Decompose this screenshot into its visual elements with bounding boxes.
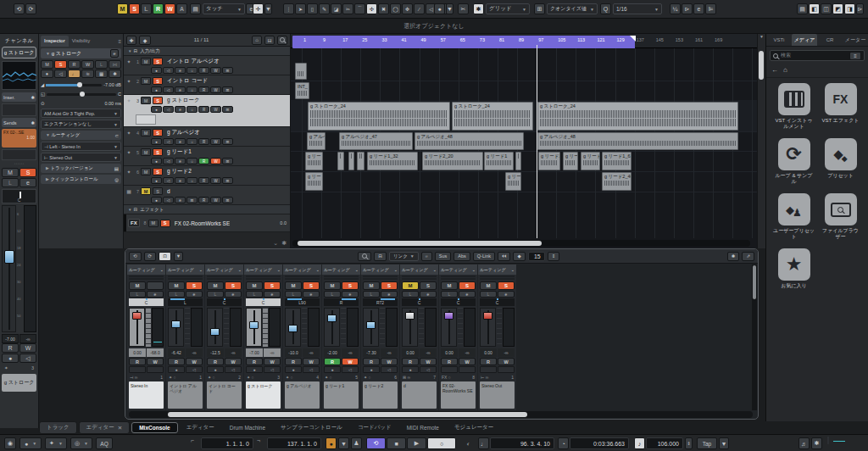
monitor-icon[interactable]: ◁ [225,366,242,373]
mute-button[interactable]: M [402,281,419,290]
metronome-click-icon[interactable]: ♬ [798,437,810,449]
pan-control[interactable]: R [324,298,359,306]
fader-handle[interactable] [132,312,142,320]
solo-button[interactable]: S [381,281,398,290]
record-arm-icon[interactable]: ● [41,70,53,78]
global-mute-button[interactable]: M [117,3,128,14]
redo-icon[interactable]: ⟳ [25,3,36,14]
track-preset-dropdown[interactable]: AM Acst Gtr 3 Tight Pop.▼ [41,109,121,118]
read-button[interactable]: R [480,358,497,365]
add-track-icon[interactable]: ✚ [126,36,136,45]
pan-control[interactable]: C [480,298,515,306]
undo-icon[interactable]: ⟲ [129,252,142,261]
peak-value[interactable]: -∞ [225,348,242,357]
output-routing-dropdown[interactable]: ⊢ Stereo Out▼ [41,153,121,162]
lower-tab-コードパッド[interactable]: コードパッド [351,422,398,433]
solo-button[interactable]: S [19,168,36,177]
audio-event[interactable]: g リード2 [305,172,323,191]
routing-header[interactable]: ルーティング⌄ [205,264,243,275]
automation-suspend-button[interactable]: A [176,3,187,14]
chevron-down-icon[interactable]: ▼ [446,3,453,14]
sus-button[interactable]: Sus [435,252,451,261]
full-zone-toggle-icon[interactable]: ◫ [821,3,832,14]
rack-icon[interactable]: ⊟ [374,252,387,261]
pan-control[interactable]: R72 [363,298,398,306]
inserts-section[interactable]: Inser.✱ [2,92,36,102]
routing-header[interactable]: ルーティング⌄ [283,264,321,275]
inspector-track-header[interactable]: ▼ g ストローク e [41,48,121,58]
mixer-channel-strip[interactable]: ルーティング⌄MSLeR-2.00-∞RW●◁✦ ○5g リード1 [322,264,360,410]
home-icon[interactable]: ⌂ [783,66,787,74]
snap-icon[interactable]: ✂ [458,3,469,14]
record-arm-icon[interactable]: ● [402,366,419,373]
channel-name-plate[interactable]: イントロ アルペジオ [168,381,203,409]
solo-button[interactable]: S [153,77,163,85]
read-button[interactable]: R [2,343,19,353]
chevron-down-icon[interactable]: ▼ [264,3,272,14]
track-row[interactable]: ✦4MSg アルペジオ●◁e○RW⊞ [124,127,290,147]
collapse-icon[interactable]: ⌄ [394,267,398,272]
quick-controls-header[interactable]: ▶ クイックコントロール ◎ [41,175,121,184]
chevron-down-icon[interactable]: ▼ [174,252,183,261]
record-arm-icon[interactable]: ● [168,366,185,373]
write-button[interactable]: W [210,138,221,145]
tab-inspector[interactable]: Inspector [41,36,69,47]
fader-handle[interactable] [483,312,492,320]
listen-button[interactable]: L [207,291,224,298]
peak-value[interactable]: -∞ [459,348,476,357]
write-button[interactable]: W [210,158,221,164]
solo-button[interactable]: S [153,129,163,136]
volume-fader[interactable] [2,205,16,332]
write-button[interactable]: W [498,358,515,365]
audio-event[interactable]: g リード2_40 [602,172,632,191]
channel-strip-icon[interactable]: ⊞ [222,197,233,203]
volume-value[interactable]: 0.00 [480,348,497,357]
fader-handle[interactable] [249,321,259,329]
record-arm-icon[interactable]: ● [363,366,380,373]
folder-track[interactable]: ▾⊟エフェクト [124,205,290,214]
audio-event[interactable] [357,152,364,170]
record-arm-icon[interactable]: ● [151,138,162,145]
maximize-icon[interactable]: ⇗ [742,252,754,261]
peak-value[interactable]: -∞ [342,348,359,357]
edit-channel-button[interactable]: e [147,291,164,298]
edit-channel-icon[interactable]: e [175,138,186,145]
audio-alignment-icon[interactable]: ⊫ [705,3,716,14]
solo-button[interactable]: S [264,281,281,290]
record-arm-icon[interactable]: ● [207,366,224,373]
peak-value[interactable]: -∞ [186,348,203,357]
timeline-ruler[interactable]: 1917253341495765738189971051131211291371… [291,34,757,48]
volume-value[interactable]: -7.30 [363,348,380,357]
collapse-icon[interactable]: ⌄ [511,267,515,272]
channel-name-plate[interactable]: FX 02-RoomWorks SE [441,381,476,409]
peak-value[interactable]: -∞ [498,348,515,357]
audio-event[interactable]: g ストローク_24 [452,102,533,131]
volume-row[interactable]: ◢ -7.00 dB [41,81,121,89]
freeze-icon[interactable]: ○ [186,177,198,184]
solo-button[interactable]: S [153,148,163,156]
mute-button[interactable]: M [41,60,53,69]
read-button[interactable]: R [168,358,185,365]
volume-value[interactable]: 0.00 [129,348,146,357]
routing-header[interactable]: ルーティング⌄ [244,264,282,275]
skip-back-icon[interactable]: ⏴⏴ [498,252,511,261]
pan-control[interactable]: C [129,298,164,306]
read-button[interactable]: R [441,358,458,365]
right-zone-tab-メーター[interactable]: メーター [843,34,868,46]
read-button[interactable]: R [198,158,209,164]
record-arm-icon[interactable]: ● [324,366,341,373]
read-button[interactable]: R [402,358,419,365]
fader-handle[interactable] [327,315,337,322]
global-solo-button[interactable]: S [129,3,140,14]
volume-value[interactable]: -10.0 [285,348,302,357]
listen-button[interactable]: L [2,178,19,187]
track-preset-icon[interactable]: ◆ [139,36,151,45]
audio-event[interactable]: g ストローク_24 [537,102,738,131]
list-view-icon[interactable]: ≡ [849,52,861,60]
scrollbar-thumb[interactable] [298,241,542,246]
right-zone-toggle-icon[interactable]: ◨ [844,3,855,14]
routing-header[interactable]: ルーティング⌄ [400,264,438,275]
record-arm-icon[interactable]: ● [151,86,162,93]
gear-icon[interactable]: ✱ [727,252,740,261]
record-arm-icon[interactable]: ● [2,354,19,363]
